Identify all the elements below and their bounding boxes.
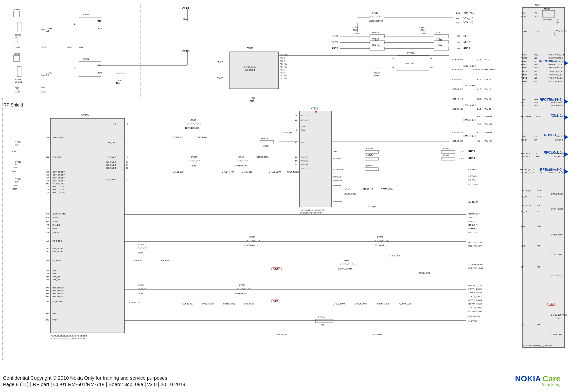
svg-text:L7508: L7508 [377, 236, 383, 238]
svg-text:RFC3: RFC3 [463, 47, 470, 50]
svg-text:GND: GND [79, 46, 85, 49]
svg-text:D5: D5 [46, 287, 49, 289]
svg-text:12nH: 12nH [116, 82, 121, 84]
svg-text:E13: E13 [456, 12, 460, 14]
svg-text:P11: P11 [534, 101, 538, 104]
svg-text:VBB_VRX1: VBB_VRX1 [53, 278, 63, 281]
svg-text:E: E [74, 67, 75, 70]
svg-text:L7512 4n7H: L7512 4n7H [463, 84, 476, 87]
svg-text:VRX_HI1: VRX_HI1 [463, 11, 474, 14]
svg-text:G3: G3 [46, 220, 49, 222]
svg-text:VTX_HI2: VTX_HI2 [463, 21, 474, 24]
logo-care: Care [543, 374, 561, 383]
svg-text:Vcc3LB: Vcc3LB [301, 160, 308, 162]
svg-text:2u2H: 2u2H [138, 251, 143, 254]
svg-text:E4: E4 [46, 231, 49, 233]
svg-text:26: 26 [295, 163, 297, 166]
svg-text:A1: A1 [46, 240, 49, 242]
svg-text:Vcc4HB: Vcc4HB [301, 163, 308, 166]
svg-text:IND_BOOST: IND_BOOST [53, 296, 64, 298]
svg-text:N11: N11 [534, 98, 538, 100]
svg-text:9   RFinLB-: 9 RFinLB- [333, 176, 342, 178]
svg-rect-24 [17, 67, 21, 76]
svg-text:F1: F1 [537, 210, 540, 213]
svg-rect-216 [365, 168, 378, 171]
svg-text:VTX_HI1: VTX_HI1 [463, 17, 474, 20]
svg-text:L3  TXLM: L3 TXLM [468, 175, 477, 178]
svg-rect-13 [79, 17, 101, 32]
svg-text:VIO: VIO [521, 324, 524, 326]
svg-text:C7502 100n: C7502 100n [333, 303, 345, 305]
svg-text:GND: GND [15, 90, 20, 93]
svg-text:VBG: VBG [521, 225, 525, 227]
svg-text:F13  VREF: F13 VREF [468, 320, 478, 322]
svg-text:100n: 100n [420, 29, 425, 31]
svg-text:VC_RX: VC_RX [521, 196, 527, 198]
svg-text:H5: H5 [126, 178, 128, 180]
svg-text:K2   VTX_LOW4: K2 VTX_LOW4 [468, 299, 482, 301]
svg-text:A7: A7 [477, 131, 480, 134]
svg-text:1uH: 1uH [139, 292, 143, 295]
svg-text:TXQN/TXDA1   3: TXQN/TXDA1 3 [549, 77, 563, 79]
svg-text:C7504 100n: C7504 100n [399, 303, 411, 305]
svg-text:TXDA0: TXDA0 [521, 74, 527, 76]
svg-text:OUT: OUT [430, 66, 434, 68]
footer-line2: Page 8 (11) | RF part | C6-01 RM-601/RM-… [3, 381, 185, 388]
svg-text:38.4 MHz: 38.4 MHz [542, 18, 552, 21]
svg-text:C7549 5p6: C7549 5p6 [452, 68, 463, 71]
svg-text:17: 17 [295, 119, 297, 121]
svg-text:RXCLK: RXCLK [521, 54, 527, 56]
svg-text:AntHB: AntHB [182, 50, 190, 52]
svg-text:D1: D1 [46, 319, 49, 321]
svg-text:SCLK: SCLK [521, 101, 526, 104]
svg-text:RX_V: RX_V [280, 69, 285, 71]
svg-text:L7501 4n7H: L7501 4n7H [463, 104, 476, 107]
svg-text:IND_BOOST: IND_BOOST [53, 287, 64, 289]
svg-text:PURX: PURX [521, 135, 526, 137]
svg-rect-22 [14, 55, 19, 61]
svg-text:RFC2: RFC2 [332, 41, 338, 44]
svg-text:CB_BOOST: CB_BOOST [53, 300, 63, 303]
svg-text:OUT_BOOST: OUT_BOOST [53, 174, 65, 176]
svg-text:G2: G2 [46, 213, 49, 215]
svg-text:DATA: DATA [53, 228, 58, 230]
svg-text:IND_SMPS: IND_SMPS [106, 167, 116, 169]
svg-text:C7559 3p9: C7559 3p9 [281, 131, 292, 134]
svg-text:RFC5: RFC5 [468, 150, 475, 153]
svg-text:C7509 1p8: C7509 1p8 [452, 108, 463, 110]
svg-text:E6: E6 [46, 174, 49, 176]
svg-text:M10: M10 [534, 67, 538, 69]
svg-text:R7502: R7502 [436, 37, 443, 40]
svg-text:A9: A9 [477, 115, 480, 118]
svg-text:C7529 10n: C7529 10n [276, 333, 287, 336]
svg-text:IND_DCDC: IND_DCDC [53, 250, 63, 252]
svg-text:P14: P14 [535, 12, 539, 14]
svg-text:Z7589: Z7589 [15, 78, 21, 81]
svg-text:L7589: L7589 [116, 79, 122, 82]
svg-text:N6: N6 [534, 71, 537, 73]
svg-text:XRESET: XRESET [53, 231, 60, 233]
svg-text:N4   SLE_T: N4 SLE_T [468, 224, 478, 226]
svg-text:L7507: L7507 [343, 259, 349, 262]
svg-text:1uH: 1uH [192, 164, 196, 167]
svg-text:MODULE: MODULE [245, 69, 256, 71]
svg-text:RFBusEn5X 8: RFBusEn5X 8 [551, 105, 564, 107]
svg-text:CB_DCDC: CB_DCDC [53, 260, 62, 262]
vr1-pill: VR1 [271, 300, 280, 303]
svg-text:VCC: VCC [182, 18, 188, 20]
svg-text:A3: A3 [461, 150, 464, 153]
svg-text:Vcc2LB: Vcc2LB [301, 156, 308, 158]
svg-text:C7525: C7525 [373, 72, 380, 74]
svg-text:Icont: Icont [301, 141, 306, 143]
svg-text:28R/100MHz: 28R/100MHz [234, 164, 247, 167]
svg-text:120R/100MHz: 120R/100MHz [369, 20, 383, 22]
svg-text:INM21: INM21 [484, 98, 491, 100]
logo-brand: NOKIA [515, 374, 541, 383]
svg-text:H2: H2 [456, 17, 459, 20]
svg-text:X7002: X7002 [14, 53, 20, 55]
svg-text:RX_GSM: RX_GSM [280, 54, 288, 56]
svg-text:C2   VTX_LOW7: C2 VTX_LOW7 [468, 310, 482, 312]
svg-text:2   RFinHB+: 2 RFinHB+ [333, 200, 343, 203]
svg-text:RXDA3: RXDA3 [521, 67, 527, 69]
svg-text:1: 1 [99, 27, 100, 30]
